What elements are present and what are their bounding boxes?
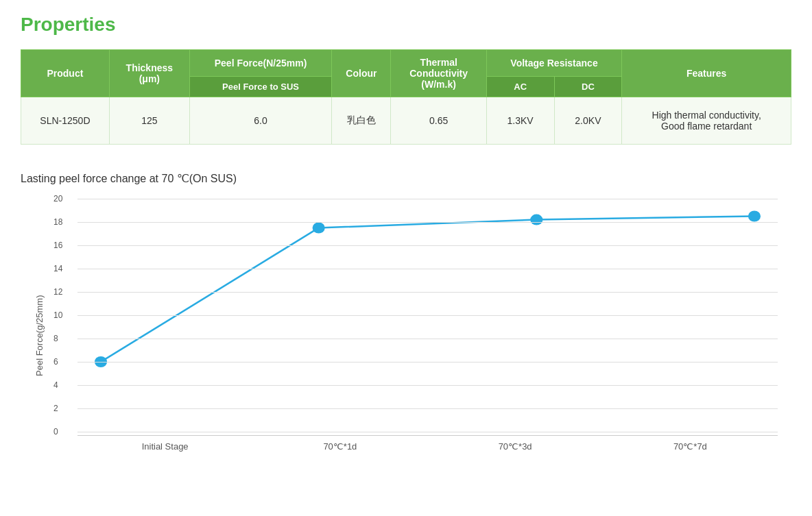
grid-line bbox=[77, 339, 778, 339]
x-tick-label: Initial Stage bbox=[77, 441, 252, 452]
cell-colour: 乳白色 bbox=[332, 97, 391, 145]
y-tick-label: 2 bbox=[53, 404, 58, 413]
x-tick-label: 70℃*1d bbox=[252, 441, 427, 452]
y-tick-label: 10 bbox=[53, 310, 62, 320]
header-voltage-resistance: Voltage Resistance bbox=[486, 50, 622, 77]
y-tick-label: 4 bbox=[53, 380, 58, 390]
header-features: Features bbox=[622, 50, 791, 97]
cell-dc: 2.0KV bbox=[554, 97, 622, 145]
chart-dot bbox=[748, 211, 761, 222]
grid-line bbox=[77, 199, 778, 199]
grid-line bbox=[77, 315, 778, 316]
y-tick-label: 0 bbox=[53, 427, 58, 437]
grid-line bbox=[77, 292, 778, 293]
page-title: Properties bbox=[21, 14, 791, 36]
grid-line bbox=[77, 408, 778, 409]
cell-ac: 1.3KV bbox=[486, 97, 554, 145]
chart-area: 02468101214161820 bbox=[77, 199, 778, 432]
y-axis-label: Peel Force(g/25mm) bbox=[34, 199, 45, 452]
header-thermal: Thermal Conductivity (W/m.k) bbox=[391, 50, 486, 97]
grid-line bbox=[77, 245, 778, 246]
grid-line bbox=[77, 385, 778, 386]
x-tick-label: 70℃*7d bbox=[603, 441, 778, 452]
y-tick-label: 20 bbox=[53, 194, 62, 204]
chart-dot bbox=[313, 223, 325, 234]
grid-line bbox=[77, 362, 778, 363]
cell-thickness: 125 bbox=[109, 97, 189, 145]
chart-dot bbox=[530, 214, 542, 225]
y-tick-label: 14 bbox=[53, 264, 62, 273]
cell-product: SLN-1250D bbox=[21, 97, 110, 145]
y-tick-label: 12 bbox=[53, 287, 62, 297]
grid-line bbox=[77, 222, 778, 223]
chart-line bbox=[101, 217, 754, 363]
header-ac: AC bbox=[486, 77, 554, 97]
x-axis: Initial Stage70℃*1d70℃*3d70℃*7d bbox=[77, 435, 778, 452]
properties-table: Product Thickness (μm) Peel Force(N/25mm… bbox=[21, 49, 791, 145]
y-tick-label: 8 bbox=[53, 334, 58, 343]
chart-section: Lasting peel force change at 70 ℃(On SUS… bbox=[21, 172, 791, 452]
y-tick-label: 18 bbox=[53, 217, 62, 227]
header-dc: DC bbox=[554, 77, 622, 97]
cell-features: High thermal conductivity, Good flame re… bbox=[622, 97, 791, 145]
header-peel-force-main: Peel Force(N/25mm) bbox=[189, 50, 331, 77]
x-tick-label: 70℃*3d bbox=[428, 441, 603, 452]
y-tick-label: 6 bbox=[53, 357, 58, 367]
grid-line bbox=[77, 269, 778, 269]
cell-thermal: 0.65 bbox=[391, 97, 486, 145]
header-colour: Colour bbox=[332, 50, 391, 97]
grid-line bbox=[77, 432, 778, 432]
chart-inner: 02468101214161820 Initial Stage70℃*1d70℃… bbox=[50, 199, 791, 452]
chart-container: Peel Force(g/25mm) 02468101214161820 Ini… bbox=[34, 199, 791, 452]
table-row: SLN-1250D 125 6.0 乳白色 0.65 1.3KV 2.0KV H… bbox=[21, 97, 791, 145]
cell-peel-force: 6.0 bbox=[189, 97, 331, 145]
header-peel-force-sub: Peel Force to SUS bbox=[189, 77, 331, 97]
header-thickness: Thickness (μm) bbox=[109, 50, 189, 97]
chart-title: Lasting peel force change at 70 ℃(On SUS… bbox=[21, 172, 791, 185]
y-tick-label: 16 bbox=[53, 241, 62, 250]
header-product: Product bbox=[21, 50, 110, 97]
